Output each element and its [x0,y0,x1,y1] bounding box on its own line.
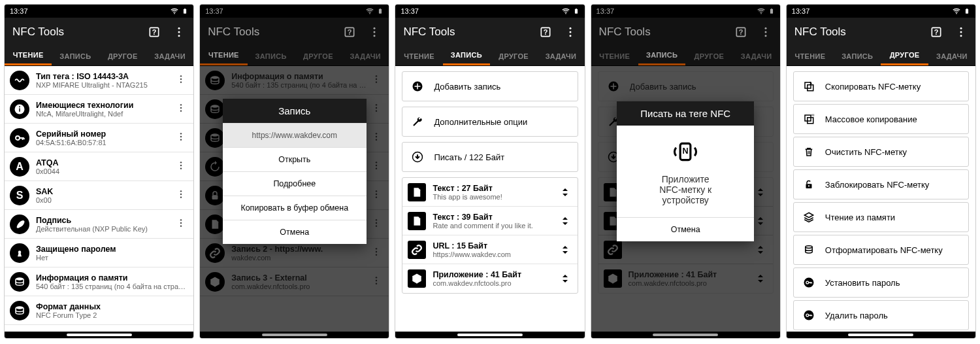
wave-icon [10,71,29,90]
tab-read[interactable]: ЧТЕНИЕ [395,46,442,65]
item-menu-button[interactable] [174,218,188,230]
help-icon[interactable] [148,26,161,39]
phone-screen-4: 13:37 NFC Tools ЧТЕНИЕ ЗАПИСЬ ДРУГОЕ ЗАД… [591,4,781,339]
box-icon [408,269,426,288]
row-subtitle: 0x0044 [36,167,174,175]
info-row[interactable]: Имеющиеся технологииNfcA, MifareUltralig… [5,95,193,124]
record-dialog: Запись https://www.wakdev.com Открыть По… [223,99,367,244]
phone-screen-1: 13:37 NFC Tools ЧТЕНИЕ ЗАПИСЬ ДРУГОЕ ЗАД… [4,4,194,339]
copy-icon [799,77,819,96]
help-icon[interactable] [539,26,552,39]
status-bar: 13:37 [787,5,975,18]
tab-tasks[interactable]: ЗАДАЧИ [928,46,975,65]
row-title: Тип тега : ISO 14443-3A [36,72,174,81]
page-icon [408,183,426,201]
db-icon [10,301,29,320]
item-menu-button[interactable] [174,189,188,201]
reorder-handle[interactable] [558,245,572,255]
copyinf-icon [799,109,819,129]
key-icon [10,128,29,148]
info-row[interactable]: Тип тега : ISO 14443-3ANXP MIFARE Ultral… [5,66,193,95]
row-title: Информация о памяти [36,273,188,283]
nfc-icon [667,137,704,166]
record-row[interactable]: Текст : 39 БайтRate and comment if you l… [402,207,577,235]
app-bar: NFC Tools [787,18,975,46]
info-row[interactable]: Формат данныхNFC Forum Type 2 [5,296,193,325]
dialog-details-button[interactable]: Подробнее [223,171,367,196]
overflow-menu-icon[interactable] [564,26,577,39]
overflow-menu-icon[interactable] [172,26,186,39]
reorder-handle[interactable] [558,187,572,198]
tab-other[interactable]: ДРУГОЕ [881,46,928,65]
info-row[interactable]: Защищено паролемНет [5,239,193,267]
info-row[interactable]: ПодписьДействительная (NXP Public Key) [5,210,193,239]
dialog-copy-button[interactable]: Копировать в буфер обмена [223,196,367,220]
tab-tasks[interactable]: ЗАДАЧИ [537,46,584,65]
row-title: Защищено паролем [36,245,188,254]
dialog-open-button[interactable]: Открыть [223,147,367,171]
row-subtitle: 540 байт : 135 страниц (по 4 байта на ст… [36,283,188,290]
feather-icon [10,215,29,234]
info-row[interactable]: AATQA0x0044 [5,152,193,181]
lockopen-icon [799,175,819,194]
other-action-copy[interactable]: Скопировать NFC-метку [794,72,968,101]
record-row[interactable]: Текст : 27 БайтThis app is awesome! [402,178,577,207]
row-subtitle: NFC Forum Type 2 [36,311,188,319]
item-menu-button[interactable] [174,103,188,115]
tab-write[interactable]: ЗАПИСЬ [443,46,490,65]
tab-write[interactable]: ЗАПИСЬ [834,46,881,65]
info-row[interactable]: SSAK0x00 [5,181,193,210]
trash-icon [799,142,819,162]
other-action-keyround[interactable]: Удалить пароль [794,301,968,330]
page-icon [408,212,426,230]
tab-write[interactable]: ЗАПИСЬ [52,46,99,65]
other-action-lockopen[interactable]: Заблокировать NFC-метку [794,170,968,199]
phone-screen-3: 13:37 NFC Tools ЧТЕНИЕ ЗАПИСЬ ДРУГОЕ ЗАД… [395,4,585,339]
write-content: Добавить записьДополнительные опцииПисат… [395,66,584,332]
nfc-dialog: Писать на теге NFC Приложите NFC-метку к… [617,101,754,241]
nav-bar [395,332,584,338]
item-menu-button[interactable] [174,160,188,173]
dialog-title: Запись [223,99,367,123]
read-list: Тип тега : ISO 14443-3ANXP MIFARE Ultral… [5,66,193,332]
other-action-trash[interactable]: Очистить NFC-метку [794,137,968,166]
tab-tasks[interactable]: ЗАДАЧИ [146,46,193,65]
row-title: Формат данных [36,302,188,311]
action-wrench[interactable]: Дополнительные опции [402,107,577,136]
status-bar: 13:37 [5,5,193,18]
reorder-handle[interactable] [558,273,572,284]
info-row[interactable]: Информация о памяти540 байт : 135 страни… [5,267,193,296]
other-action-keyround[interactable]: Установить пароль [794,268,968,297]
info-row[interactable]: Серийный номер04:5A:51:6A:B0:57:81 [5,124,193,152]
dialog-overlay[interactable]: Запись https://www.wakdev.com Открыть По… [200,5,389,338]
dialog-cancel-button[interactable]: Отмена [223,220,367,244]
nfc-dialog-body: Приложите NFC-метку к устройству [629,174,742,205]
nfc-dialog-cancel-button[interactable]: Отмена [617,217,754,241]
tab-other[interactable]: ДРУГОЕ [490,46,537,65]
action-plus[interactable]: Добавить запись [402,72,577,101]
reorder-handle[interactable] [558,216,572,226]
tab-other[interactable]: ДРУГОЕ [99,46,146,65]
other-action-dbline[interactable]: Отформатировать NFC-метку [794,235,968,264]
nav-bar [787,332,975,338]
phone-screen-2: 13:37 NFC Tools ЧТЕНИЕ ЗАПИСЬ ДРУГОЕ ЗАД… [199,4,389,339]
tab-bar: ЧТЕНИЕ ЗАПИСЬ ДРУГОЕ ЗАДАЧИ [5,46,193,66]
app-title: NFC Tools [12,26,64,39]
other-action-layers[interactable]: Чтение из памяти [794,203,968,232]
overflow-menu-icon[interactable] [955,26,968,39]
record-row[interactable]: Приложение : 41 Байтcom.wakdev.nfctools.… [402,264,577,293]
tab-read[interactable]: ЧТЕНИЕ [787,46,834,65]
dbline-icon [799,240,819,260]
record-row[interactable]: URL : 15 Байтhttps://www.wakdev.com [402,235,577,264]
row-title: Подпись [36,216,174,225]
item-menu-button[interactable] [174,131,188,144]
item-menu-button[interactable] [174,74,188,86]
action-down[interactable]: Писать / 122 Байт [402,143,577,171]
tab-read[interactable]: ЧТЕНИЕ [5,46,52,65]
other-action-copyinf[interactable]: Массовое копирование [794,105,968,133]
wrench-icon [408,112,427,131]
info-icon [10,99,29,119]
nfc-overlay[interactable]: Писать на теге NFC Приложите NFC-метку к… [591,5,780,338]
help-icon[interactable] [930,26,943,39]
row-title: Имеющиеся технологии [36,101,174,110]
